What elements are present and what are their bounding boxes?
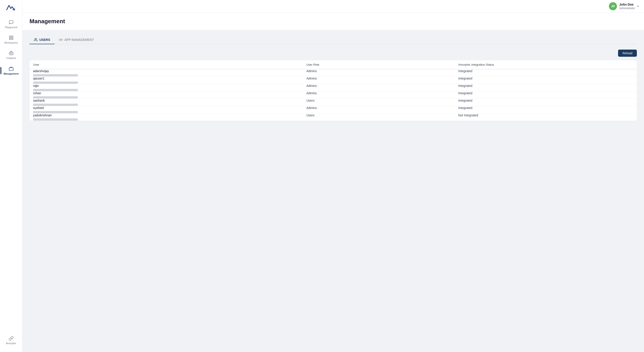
sidebar-item-playground[interactable]: Playground [2, 17, 20, 31]
cell-role: Users [303, 113, 454, 121]
cell-user: qauser1 [30, 77, 303, 84]
users-icon [34, 38, 38, 41]
table-row: sashank UsersIntegrated [30, 99, 637, 106]
chevron-down-icon: ▾ [637, 5, 639, 8]
sidebar-item-amorphic[interactable]: Amorphic [2, 333, 20, 348]
briefcase-icon [8, 66, 14, 71]
svg-point-7 [12, 53, 12, 54]
cell-user: sashank [30, 99, 303, 106]
user-display-name: rajiv [33, 84, 299, 88]
sidebar-item-label: Chatbots [6, 57, 16, 60]
sidebar-item-label: Amorphic [6, 342, 16, 345]
cell-status: Integrated [454, 84, 637, 91]
sidebar-item-label: Playground [5, 26, 18, 29]
cell-status: Integrated [454, 69, 637, 77]
link-icon [8, 336, 14, 341]
page-title: Management [30, 18, 637, 25]
app-logo[interactable]: ai [4, 3, 19, 12]
svg-rect-5 [9, 52, 13, 55]
cell-user: rohan [30, 91, 303, 99]
cell-role: Admins [303, 77, 454, 84]
user-email-bar [33, 104, 78, 106]
table-row: rajiv AdminsIntegrated [30, 84, 637, 91]
cell-status: Integrated [454, 99, 637, 106]
svg-point-6 [10, 53, 11, 54]
user-display-name: sashank [33, 99, 299, 102]
user-email-bar [33, 111, 78, 113]
col-header-user: User [30, 60, 303, 69]
cell-role: Admins [303, 84, 454, 91]
user-email-bar [33, 89, 78, 91]
svg-point-10 [60, 39, 61, 40]
sidebar-item-label: Workspaces [4, 41, 18, 44]
cell-role: Admins [303, 106, 454, 113]
user-email-bar [33, 118, 78, 121]
svg-rect-2 [12, 36, 13, 37]
sidebar-item-chatbots[interactable]: Chatbots [2, 48, 20, 62]
reload-button[interactable]: Reload [618, 50, 637, 57]
cell-role: Admins [303, 91, 454, 99]
col-header-role: User Role [303, 60, 454, 69]
tab-app-management[interactable]: APP MANAGEMENT [54, 36, 98, 44]
svg-rect-3 [9, 38, 10, 39]
cell-status: Integrated [454, 91, 637, 99]
toolbar: Reload [30, 50, 637, 57]
avatar: JD [609, 2, 617, 10]
users-table-container: User User Role Amorphic Integration Stat… [30, 60, 637, 121]
table-row: adarshvijay AdminsIntegrated [30, 69, 637, 77]
user-menu[interactable]: JD John Doe Administrator ▾ [609, 2, 639, 10]
user-email-bar [33, 74, 78, 76]
sidebar: ai Playground Workspaces Chatbots [0, 0, 22, 352]
cell-user: adarshvijay [30, 69, 303, 77]
grid-icon [8, 35, 14, 40]
tabs: USERS APP MANAGEMENT [30, 36, 637, 44]
user-role: Administrator [619, 7, 635, 10]
col-header-status: Amorphic Integration Status [454, 60, 637, 69]
sidebar-item-management[interactable]: Management [2, 63, 20, 78]
svg-rect-4 [12, 38, 13, 39]
cell-user: rajiv [30, 84, 303, 91]
users-table: User User Role Amorphic Integration Stat… [30, 60, 637, 121]
user-display-name: susheel [33, 106, 299, 110]
cell-role: Users [303, 99, 454, 106]
svg-rect-1 [9, 36, 10, 37]
cell-user: susheel [30, 106, 303, 113]
user-name: John Doe [619, 2, 635, 6]
table-row: qauser1 AdminsIntegrated [30, 77, 637, 84]
user-display-name: adarshvijay [33, 69, 299, 73]
cell-role: Admins [303, 69, 454, 77]
table-row: rohan AdminsIntegrated [30, 91, 637, 99]
chat-icon [8, 20, 14, 25]
sidebar-item-workspaces[interactable]: Workspaces [2, 32, 20, 47]
main-content: JD John Doe Administrator ▾ Management U… [22, 0, 644, 352]
cell-status: Not Integrated [454, 113, 637, 121]
app-mgmt-icon [59, 38, 62, 41]
svg-text:ai: ai [12, 7, 15, 11]
table-header-row: User User Role Amorphic Integration Stat… [30, 60, 637, 69]
tab-app-management-label: APP MANAGEMENT [64, 38, 94, 41]
svg-point-9 [35, 38, 36, 39]
app-header: JD John Doe Administrator ▾ [22, 0, 644, 12]
user-email-bar [33, 96, 78, 99]
cell-status: Integrated [454, 77, 637, 84]
svg-rect-8 [9, 68, 13, 71]
cell-status: Integrated [454, 106, 637, 113]
tab-users[interactable]: USERS [30, 36, 54, 44]
user-display-name: yadukrishnan [33, 113, 299, 117]
user-email-bar [33, 82, 78, 84]
user-details: John Doe Administrator [619, 2, 635, 9]
page-header: Management [22, 12, 644, 30]
user-display-name: qauser1 [33, 77, 299, 80]
user-display-name: rohan [33, 91, 299, 95]
table-row: yadukrishnan UsersNot Integrated [30, 113, 637, 121]
content-area: USERS APP MANAGEMENT Reload U [22, 30, 644, 126]
page-body: Management USERS APP MANAGEMENT [22, 12, 644, 352]
sidebar-item-label: Management [4, 72, 18, 75]
cell-user: yadukrishnan [30, 113, 303, 121]
table-row: susheel AdminsIntegrated [30, 106, 637, 113]
tab-users-label: USERS [39, 38, 50, 41]
chatbot-icon [8, 50, 14, 56]
